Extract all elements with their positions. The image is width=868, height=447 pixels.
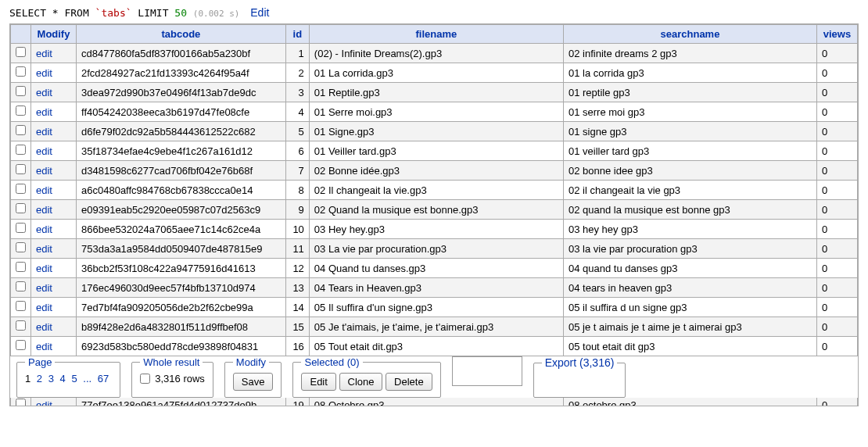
row-edit-link[interactable]: edit — [36, 204, 52, 216]
row-edit-link[interactable]: edit — [36, 67, 52, 79]
cell-tabcode: ff4054242038eeca3b6197d47fe08cfe — [77, 102, 286, 122]
row-edit-link[interactable]: edit — [36, 87, 52, 98]
page-link[interactable]: 2 — [37, 373, 42, 384]
row-edit-link[interactable]: edit — [36, 399, 52, 407]
row-edit-link[interactable]: edit — [36, 126, 52, 138]
cell-filename: 01 Signe.gp3 — [309, 122, 563, 141]
cell-filename: 05 Tout etait dit.gp3 — [309, 337, 563, 356]
cell-id: 11 — [285, 239, 309, 259]
row-checkbox[interactable] — [16, 399, 26, 406]
table-row: editff4054242038eeca3b6197d47fe08cfe401 … — [11, 102, 858, 122]
row-edit-link[interactable]: edit — [36, 165, 52, 177]
cell-views: 0 — [817, 83, 858, 102]
cell-tabcode: 3dea972d990b37e0496f4f13ab7de9dc — [77, 83, 286, 102]
row-edit-link[interactable]: edit — [36, 302, 52, 313]
edit-button[interactable]: Edit — [301, 373, 335, 391]
row-checkbox[interactable] — [16, 86, 26, 96]
col-views[interactable]: views — [817, 25, 858, 44]
cell-id: 9 — [285, 200, 309, 220]
col-modify[interactable]: Modify — [31, 25, 77, 44]
table-row: edit36bcb2f53f108c422a94775916d416131204… — [11, 259, 858, 278]
cell-searchname: 02 il changeait la vie gp3 — [563, 181, 816, 200]
footer-controls: Page 1 2 3 4 5 ... 67 Whole result 3,316… — [10, 356, 858, 398]
cell-views: 0 — [817, 220, 858, 239]
cell-id: 4 — [285, 102, 309, 122]
edit-query-link[interactable]: Edit — [250, 6, 269, 19]
whole-rows-checkbox-label[interactable]: 3,316 rows — [140, 373, 205, 384]
col-id[interactable]: id — [285, 25, 309, 44]
row-checkbox[interactable] — [16, 301, 26, 311]
col-tabcode[interactable]: tabcode — [77, 25, 286, 44]
page-link[interactable]: 4 — [60, 373, 66, 384]
cell-views: 0 — [817, 63, 858, 83]
col-filename[interactable]: filename — [309, 25, 563, 44]
row-edit-link[interactable]: edit — [36, 243, 52, 255]
cell-searchname: 02 quand la musique est bonne gp3 — [563, 200, 816, 220]
col-check[interactable] — [11, 25, 31, 44]
cell-filename: 02 Bonne idée.gp3 — [309, 161, 563, 181]
cell-searchname: 05 je t aimais je t aime je t aimerai gp… — [563, 317, 816, 337]
modify-legend: Modify — [233, 356, 269, 368]
table-row: edit35f18734efae4c9ebe4f1c267a161d12601 … — [11, 141, 858, 161]
cell-searchname: 04 tears in heaven gp3 — [563, 278, 816, 298]
row-checkbox[interactable] — [16, 145, 26, 155]
row-checkbox[interactable] — [16, 340, 26, 350]
delete-button[interactable]: Delete — [386, 373, 432, 391]
page-link[interactable]: 67 — [98, 373, 109, 384]
cell-tabcode: d3481598c6277cad706fbf042e76b68f — [77, 161, 286, 181]
cell-tabcode: 6923d583bc580edd78cde93898f04831 — [77, 337, 286, 356]
cell-filename: 04 Tears in Heaven.gp3 — [309, 278, 563, 298]
save-button[interactable]: Save — [233, 373, 274, 391]
row-edit-link[interactable]: edit — [36, 184, 52, 196]
clone-button[interactable]: Clone — [339, 373, 383, 391]
row-checkbox[interactable] — [16, 242, 26, 252]
row-checkbox[interactable] — [16, 320, 26, 331]
cell-tabcode: a6c0480affc984768cb67838ccca0e14 — [77, 181, 286, 200]
cell-filename: 03 Hey hey.gp3 — [309, 220, 563, 239]
import-dropzone[interactable] — [452, 356, 522, 386]
col-searchname[interactable]: searchname — [563, 25, 816, 44]
cell-filename: 03 La vie par procuration.gp3 — [309, 239, 563, 259]
row-checkbox[interactable] — [16, 281, 26, 291]
cell-filename: 02 Quand la musique est bonne.gp3 — [309, 200, 563, 220]
page-link[interactable]: ... — [83, 373, 91, 384]
cell-views: 0 — [817, 317, 858, 337]
row-edit-link[interactable]: edit — [36, 224, 52, 235]
cell-searchname: 04 quand tu danses gp3 — [563, 259, 816, 278]
row-edit-link[interactable]: edit — [36, 341, 52, 352]
row-checkbox[interactable] — [16, 262, 26, 272]
cell-filename: 02 Il changeait la vie.gp3 — [309, 181, 563, 200]
cell-views: 0 — [817, 102, 858, 122]
row-edit-link[interactable]: edit — [36, 106, 52, 118]
row-checkbox[interactable] — [16, 223, 26, 233]
row-checkbox[interactable] — [16, 105, 26, 116]
page-link[interactable]: 3 — [48, 373, 54, 384]
row-edit-link[interactable]: edit — [36, 263, 52, 274]
export-link[interactable]: Export (3,316) — [545, 356, 615, 369]
cell-searchname: 01 serre moi gp3 — [563, 102, 816, 122]
row-checkbox[interactable] — [16, 47, 26, 57]
row-checkbox[interactable] — [16, 164, 26, 174]
row-edit-link[interactable]: edit — [36, 282, 52, 294]
table-row: edite09391eab5c2920ee05987c07d2563c9902 … — [11, 200, 858, 220]
table-row: edit3dea972d990b37e0496f4f13ab7de9dc301 … — [11, 83, 858, 102]
row-checkbox[interactable] — [16, 66, 26, 77]
row-checkbox[interactable] — [16, 125, 26, 135]
row-edit-link[interactable]: edit — [36, 48, 52, 59]
table-row: edit176ec496030d9eec57f4bfb13710d9741304… — [11, 278, 858, 298]
table-row: edit6923d583bc580edd78cde93898f048311605… — [11, 337, 858, 356]
cell-id: 1 — [285, 44, 309, 63]
whole-rows-checkbox[interactable] — [140, 374, 150, 384]
cell-views: 0 — [817, 239, 858, 259]
row-edit-link[interactable]: edit — [36, 145, 52, 157]
row-edit-link[interactable]: edit — [36, 321, 52, 333]
row-checkbox[interactable] — [16, 203, 26, 213]
row-checkbox[interactable] — [16, 184, 26, 194]
table-row: edit866bee532024a7065aee71c14c62ce4a1003… — [11, 220, 858, 239]
cell-id: 5 — [285, 122, 309, 141]
cell-searchname: 01 la corrida gp3 — [563, 63, 816, 83]
cell-searchname: 01 veiller tard gp3 — [563, 141, 816, 161]
cell-filename: 05 Il suffira d'un signe.gp3 — [309, 298, 563, 317]
whole-result-legend: Whole result — [140, 356, 203, 368]
page-link[interactable]: 5 — [71, 373, 77, 384]
